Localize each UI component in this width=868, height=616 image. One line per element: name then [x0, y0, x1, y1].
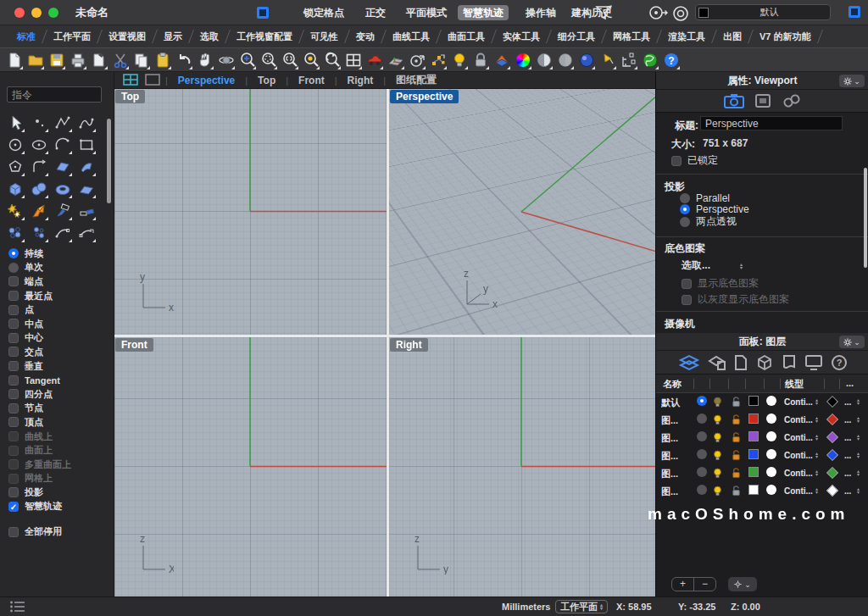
layer-visibility-bulb-icon[interactable] — [712, 485, 723, 500]
osnap-checkbox[interactable] — [8, 291, 19, 301]
ghosted-view-button[interactable] — [554, 50, 576, 70]
layer-print-color-diamond[interactable] — [826, 396, 838, 408]
menu-tab-1[interactable]: 标准 — [8, 31, 44, 43]
layer-color-swatch[interactable] — [748, 413, 759, 424]
osnap-checkbox[interactable] — [8, 446, 19, 456]
viewport-top[interactable]: Top y x — [114, 89, 387, 335]
menu-tab-15[interactable]: 出图 — [715, 31, 750, 43]
osnap-checkbox[interactable] — [8, 389, 19, 399]
osnap-row-9[interactable]: 垂直 — [8, 359, 110, 374]
layer-print-color-diamond[interactable] — [826, 485, 838, 497]
projection-perspective-row[interactable]: Perspective — [680, 203, 749, 215]
menu-tab-14[interactable]: 渲染工具 — [659, 31, 714, 43]
color-wheel-button[interactable] — [512, 50, 533, 70]
remove-layer-button[interactable]: − — [694, 578, 715, 591]
print-button[interactable] — [67, 50, 88, 70]
layer-lock-icon[interactable] — [731, 449, 742, 464]
surface-bend-tool-button[interactable] — [75, 157, 97, 177]
osnap-checkbox[interactable] — [8, 361, 19, 371]
menu-tab-5[interactable]: 选取 — [192, 31, 227, 43]
osnap-row-8[interactable]: 交点 — [8, 345, 110, 359]
layer-material-circle[interactable] — [766, 449, 776, 459]
menu-tab-3[interactable]: 设置视图 — [100, 31, 154, 43]
curve-tool-button[interactable] — [75, 113, 97, 133]
layer-row-4[interactable]: 图...Conti...▴▾...▴▾ — [656, 447, 868, 464]
layer-more[interactable]: ... — [844, 451, 851, 460]
osnap-row-14[interactable]: 曲线上 — [8, 430, 110, 444]
column-name[interactable]: 名称 — [663, 378, 682, 391]
blend-curve-tool-button[interactable] — [52, 223, 74, 243]
osnap-checkbox[interactable] — [8, 276, 19, 286]
layer-more[interactable]: ... — [844, 469, 851, 478]
units-label[interactable]: Millimeters — [502, 602, 550, 612]
osnap-checkbox[interactable] — [8, 431, 19, 441]
osnap-row-15[interactable]: 曲面上 — [8, 443, 110, 458]
layer-print-color-diamond[interactable] — [826, 431, 838, 443]
current-layer-radio[interactable] — [697, 467, 707, 477]
layer-color-swatch[interactable] — [748, 449, 759, 459]
osnap-checkbox[interactable] — [8, 417, 19, 427]
wallpaper-gray-row[interactable]: 以灰度显示底色图案 — [682, 292, 789, 307]
wallpaper-gray-checkbox[interactable] — [682, 295, 692, 305]
viewport-tab-top[interactable]: Top — [248, 75, 286, 86]
menu-tab-12[interactable]: 细分工具 — [549, 31, 604, 43]
menu-tab-8[interactable]: 变动 — [348, 31, 383, 43]
viewport-perspective[interactable]: Perspective z y x — [389, 89, 655, 335]
menu-tab-16[interactable]: V7 的新功能 — [751, 31, 820, 43]
layers-gear-button[interactable]: ⌄ — [839, 336, 865, 348]
layer-visibility-bulb-icon[interactable] — [712, 449, 723, 464]
torus-tool-button[interactable] — [52, 179, 74, 199]
layer-material-circle[interactable] — [766, 431, 776, 441]
layer-print-color-diamond[interactable] — [826, 467, 838, 479]
lock-button[interactable] — [470, 50, 491, 70]
paste-button[interactable] — [152, 50, 173, 70]
layer-visibility-bulb-icon[interactable] — [712, 431, 723, 447]
layer-color-swatch[interactable] — [748, 485, 759, 495]
layer-row-2[interactable]: 图...Conti...▴▾...▴▾ — [656, 411, 868, 429]
layer-name[interactable]: 图... — [661, 414, 693, 427]
layer-name[interactable]: 默认 — [661, 397, 693, 409]
osnap-checkbox[interactable] — [8, 347, 19, 357]
osnap-checkbox[interactable] — [8, 333, 19, 343]
layer-more[interactable]: ... — [844, 397, 851, 407]
wallpaper-show-checkbox[interactable] — [682, 279, 692, 289]
layer-linetype[interactable]: Conti... — [784, 451, 813, 460]
layer-more[interactable]: ... — [844, 433, 851, 442]
osnap-row-6[interactable]: 中点 — [8, 317, 110, 331]
perspective-radio[interactable] — [680, 204, 690, 214]
osnap-checkbox[interactable] — [8, 319, 19, 329]
layer-print-color-diamond[interactable] — [826, 449, 838, 461]
layer-lock-icon[interactable] — [731, 431, 742, 447]
layer-visibility-bulb-icon[interactable] — [712, 413, 723, 429]
viewport-tab--[interactable]: 图纸配置 — [386, 73, 447, 87]
layer-row-6[interactable]: 图...Conti...▴▾...▴▾ — [656, 482, 868, 500]
titlebar-toggle-5[interactable]: 操作轴 — [520, 5, 561, 20]
viewport-right-label[interactable]: Right — [390, 338, 428, 352]
surface-patch-tool-button[interactable] — [52, 157, 74, 177]
osnap-row-21[interactable]: 全部停用 — [8, 524, 110, 539]
minimize-window-button[interactable] — [31, 8, 42, 18]
layer-linetype[interactable]: Conti... — [784, 486, 813, 496]
cut-button[interactable] — [109, 50, 131, 70]
osnap-checkbox[interactable] — [8, 487, 19, 497]
viewport-tab-front[interactable]: Front — [288, 75, 335, 86]
layer-name[interactable]: 图... — [661, 468, 693, 480]
material-properties-icon[interactable] — [754, 93, 771, 108]
new-file-button[interactable] — [3, 50, 25, 70]
explode-tool-button[interactable] — [4, 201, 26, 221]
selection-filter-icon[interactable] — [595, 5, 614, 21]
layer-lock-icon[interactable] — [731, 413, 742, 429]
menu-tab-2[interactable]: 工作平面 — [45, 31, 99, 43]
osnap-row-5[interactable]: 点 — [8, 302, 110, 317]
spotlight-button[interactable] — [597, 50, 618, 70]
gumball-icon[interactable] — [648, 5, 669, 20]
page-tab-icon[interactable] — [734, 354, 748, 371]
viewport-tab-right[interactable]: Right — [337, 75, 384, 86]
display-preset-field[interactable]: 默认 — [695, 4, 831, 20]
circle-tool-button[interactable] — [4, 135, 26, 155]
osnap-radio[interactable] — [8, 248, 19, 258]
osnap-row-18[interactable]: 投影 — [8, 486, 110, 500]
menu-tab-9[interactable]: 曲线工具 — [384, 31, 438, 43]
fillet-curve-tool-button[interactable] — [28, 157, 50, 177]
help-button[interactable]: ? — [660, 50, 682, 70]
